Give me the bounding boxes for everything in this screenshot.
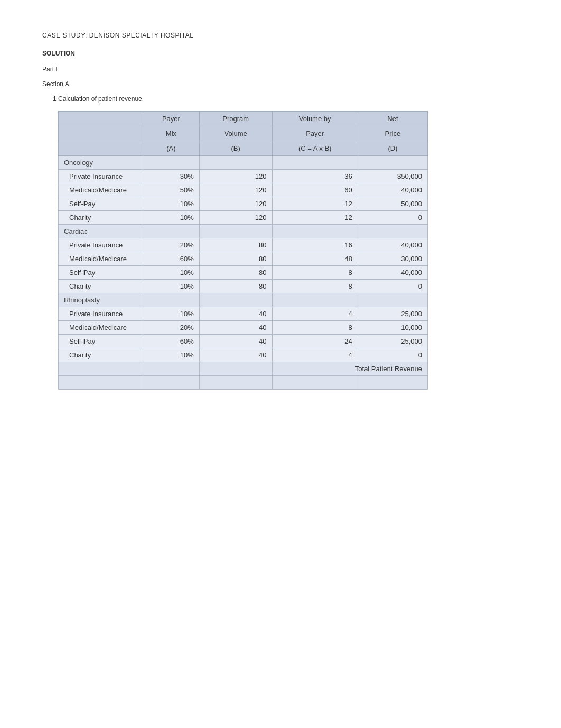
row-label: Charity (59, 211, 143, 225)
col-program-vol-l2: Volume (199, 126, 272, 141)
row-net-price: 10,000 (358, 321, 427, 335)
calc-note: 1 Calculation of patient revenue. (53, 95, 519, 103)
col-label-empty (59, 112, 143, 126)
col-vol-by-payer-l2: Payer (272, 126, 358, 141)
section-name-2: Rhinoplasty (59, 293, 143, 307)
row-net-price: 40,000 (358, 183, 427, 197)
row-vol-by-payer: 4 (272, 348, 358, 362)
row-net-price: 0 (358, 211, 427, 225)
total-patient-revenue-label: Total Patient Revenue (272, 362, 427, 376)
row-label: Self-Pay (59, 335, 143, 348)
row-payer-mix: 60% (143, 335, 200, 348)
col-payer-mix-l1: Payer (143, 112, 200, 126)
section-label: Section A. (42, 80, 519, 88)
table-row: Private Insurance 20% 80 16 40,000 (59, 238, 428, 252)
row-program-vol: 80 (199, 266, 272, 280)
row-label: Private Insurance (59, 170, 143, 183)
col-payer-mix-l3: (A) (143, 141, 200, 156)
row-net-price: 50,000 (358, 197, 427, 211)
row-payer-mix: 10% (143, 307, 200, 321)
col-program-vol-l1: Program (199, 112, 272, 126)
revenue-table-wrapper: Payer Program Volume by Net Mix Volume P… (58, 111, 428, 390)
row-label: Medicaid/Medicare (59, 321, 143, 335)
row-payer-mix: 60% (143, 252, 200, 266)
row-net-price: 25,000 (358, 307, 427, 321)
row-vol-by-payer: 60 (272, 183, 358, 197)
row-vol-by-payer: 12 (272, 211, 358, 225)
section-name-1: Cardiac (59, 225, 143, 238)
table-row: Charity 10% 120 12 0 (59, 211, 428, 225)
empty-row (59, 376, 428, 390)
table-row: Self-Pay 10% 80 8 40,000 (59, 266, 428, 280)
row-program-vol: 80 (199, 238, 272, 252)
row-label: Private Insurance (59, 307, 143, 321)
col-program-vol-l3: (B) (199, 141, 272, 156)
table-row: Self-Pay 60% 40 24 25,000 (59, 335, 428, 348)
row-vol-by-payer: 36 (272, 170, 358, 183)
solution-label: SOLUTION (42, 50, 519, 57)
row-vol-by-payer: 8 (272, 266, 358, 280)
header-row-2: Mix Volume Payer Price (59, 126, 428, 141)
row-payer-mix: 10% (143, 211, 200, 225)
row-net-price: 40,000 (358, 266, 427, 280)
row-vol-by-payer: 16 (272, 238, 358, 252)
row-label: Private Insurance (59, 238, 143, 252)
total-row: Total Patient Revenue (59, 362, 428, 376)
row-vol-by-payer: 12 (272, 197, 358, 211)
row-program-vol: 40 (199, 307, 272, 321)
row-label: Medicaid/Medicare (59, 183, 143, 197)
part-label: Part I (42, 66, 519, 73)
row-program-vol: 120 (199, 183, 272, 197)
row-label: Self-Pay (59, 266, 143, 280)
row-payer-mix: 30% (143, 170, 200, 183)
row-payer-mix: 10% (143, 280, 200, 293)
section-name-0: Oncology (59, 156, 143, 170)
row-payer-mix: 10% (143, 197, 200, 211)
row-label: Medicaid/Medicare (59, 252, 143, 266)
table-row: Charity 10% 80 8 0 (59, 280, 428, 293)
col-vol-by-payer-l1: Volume by (272, 112, 358, 126)
section-header-2: Rhinoplasty (59, 293, 428, 307)
col-label-empty-2 (59, 126, 143, 141)
row-vol-by-payer: 8 (272, 280, 358, 293)
header-row-1: Payer Program Volume by Net (59, 112, 428, 126)
row-vol-by-payer: 48 (272, 252, 358, 266)
col-net-price-l1: Net (358, 112, 427, 126)
table-row: Medicaid/Medicare 60% 80 48 30,000 (59, 252, 428, 266)
col-payer-mix-l2: Mix (143, 126, 200, 141)
table-row: Private Insurance 30% 120 36 $50,000 (59, 170, 428, 183)
section-header-1: Cardiac (59, 225, 428, 238)
row-net-price: 0 (358, 280, 427, 293)
patient-revenue-table: Payer Program Volume by Net Mix Volume P… (58, 111, 428, 390)
row-net-price: 40,000 (358, 238, 427, 252)
table-row: Private Insurance 10% 40 4 25,000 (59, 307, 428, 321)
row-payer-mix: 50% (143, 183, 200, 197)
row-label: Charity (59, 348, 143, 362)
row-label: Self-Pay (59, 197, 143, 211)
row-vol-by-payer: 24 (272, 335, 358, 348)
col-net-price-l3: (D) (358, 141, 427, 156)
row-program-vol: 120 (199, 211, 272, 225)
row-program-vol: 40 (199, 348, 272, 362)
row-net-price: 30,000 (358, 252, 427, 266)
table-row: Medicaid/Medicare 20% 40 8 10,000 (59, 321, 428, 335)
col-net-price-l2: Price (358, 126, 427, 141)
row-payer-mix: 20% (143, 238, 200, 252)
header-row-3: (A) (B) (C = A x B) (D) (59, 141, 428, 156)
row-program-vol: 40 (199, 335, 272, 348)
table-row: Self-Pay 10% 120 12 50,000 (59, 197, 428, 211)
row-program-vol: 120 (199, 170, 272, 183)
section-header-0: Oncology (59, 156, 428, 170)
row-net-price: $50,000 (358, 170, 427, 183)
col-label-empty-3 (59, 141, 143, 156)
row-program-vol: 80 (199, 252, 272, 266)
row-vol-by-payer: 4 (272, 307, 358, 321)
row-payer-mix: 10% (143, 348, 200, 362)
table-row: Charity 10% 40 4 0 (59, 348, 428, 362)
col-vol-by-payer-l3: (C = A x B) (272, 141, 358, 156)
row-vol-by-payer: 8 (272, 321, 358, 335)
row-program-vol: 120 (199, 197, 272, 211)
row-label: Charity (59, 280, 143, 293)
row-net-price: 0 (358, 348, 427, 362)
row-program-vol: 40 (199, 321, 272, 335)
